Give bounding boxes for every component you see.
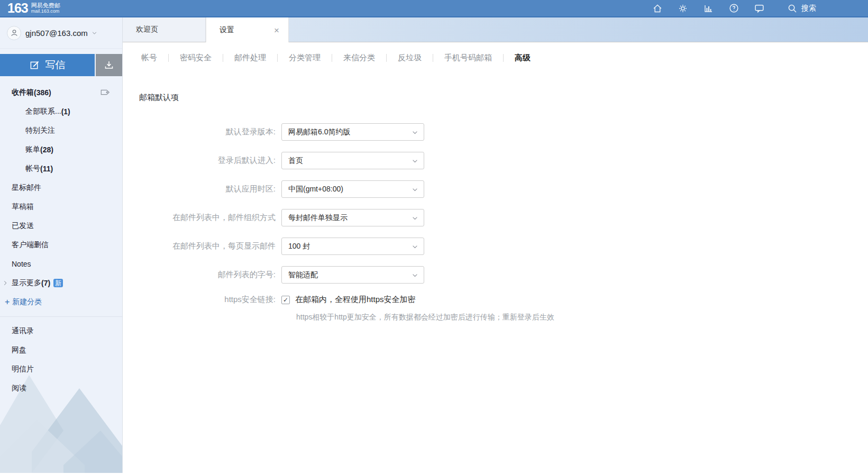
sidebar-divider	[0, 316, 122, 317]
sidebar-show-more[interactable]: 显示更多(7) 新	[0, 274, 122, 293]
inbox-label: 收件箱	[12, 88, 34, 97]
mail-organization-select[interactable]: 每封邮件单独显示	[281, 209, 424, 226]
sidebar-item-notes[interactable]: Notes	[0, 254, 122, 274]
form-row: 邮件列表的字号: 智能适配	[139, 266, 868, 284]
sidebar-item-client-deleted[interactable]: 客户端删信	[0, 235, 122, 254]
https-row: https安全链接: 在邮箱内，全程使用https安全加密	[139, 295, 868, 305]
sidebar-item-sent[interactable]: 已发送	[0, 216, 122, 235]
logo-name: 网易免费邮	[31, 3, 60, 9]
chevron-down-icon	[92, 30, 97, 36]
timezone-select[interactable]: 中国(gmt+08:00)	[281, 180, 424, 198]
settings-nav: 帐号 密码安全 邮件处理 分类管理 来信分类 反垃圾 手机号码邮箱 高级	[123, 42, 868, 70]
sidebar-item-postcard[interactable]: 明信片	[0, 360, 122, 379]
mails-per-page-select[interactable]: 100 封	[281, 238, 424, 255]
tag-icon	[100, 88, 111, 97]
tab-bar: 欢迎页 设置 ×	[123, 17, 868, 42]
home-icon	[652, 3, 663, 14]
new-category-button[interactable]: + 新建分类	[0, 293, 122, 312]
field-label: 在邮件列表中，邮件组织方式	[139, 213, 281, 223]
field-label: https安全链接:	[139, 295, 281, 305]
person-icon	[10, 28, 19, 38]
download-icon	[104, 60, 114, 70]
chevron-down-icon	[412, 186, 418, 195]
settings-nav-item-account[interactable]: 帐号	[141, 53, 168, 63]
settings-button[interactable]	[677, 3, 689, 14]
sidebar-item-inbox[interactable]: 收件箱(386)	[0, 83, 122, 102]
form-row: 在邮件列表中，每页显示邮件 100 封	[139, 238, 868, 255]
default-login-version-select[interactable]: 网易邮箱6.0简约版	[281, 123, 424, 141]
account-switcher[interactable]: gjn507@163.com	[0, 17, 122, 49]
field-label: 登录后默认进入:	[139, 156, 281, 166]
compose-label: 写信	[45, 58, 66, 72]
chevron-down-icon	[412, 243, 418, 252]
topbar: 163 网易免费邮 mail.163.com 搜索	[0, 0, 868, 17]
inbox-count: (386)	[34, 88, 51, 97]
settings-content: 邮箱默认项 默认登录版本: 网易邮箱6.0简约版 登录后默认进入: 首页	[123, 70, 868, 322]
tab-settings[interactable]: 设置 ×	[206, 17, 289, 42]
account-email: gjn507@163.com	[25, 29, 88, 38]
section-title: 邮箱默认项	[139, 93, 868, 103]
settings-nav-item-phone-mailbox[interactable]: 手机号码邮箱	[433, 53, 503, 63]
sidebar-item-special-focus[interactable]: 特别关注	[0, 121, 122, 140]
sidebar-item-all-contacts[interactable]: 全部联系...(1)	[0, 102, 122, 121]
form-row: 默认登录版本: 网易邮箱6.0简约版	[139, 123, 868, 141]
field-label: 默认登录版本:	[139, 127, 281, 137]
home-button[interactable]	[652, 3, 663, 14]
logo-number: 163	[7, 2, 28, 15]
main-area: 欢迎页 设置 × 帐号 密码安全 邮件处理 分类管理 来信分类 反垃圾 手机号码…	[123, 17, 868, 473]
chevron-down-icon	[412, 272, 418, 280]
settings-nav-item-advanced[interactable]: 高级	[504, 53, 542, 63]
plus-icon: +	[5, 297, 10, 307]
tab-welcome[interactable]: 欢迎页	[123, 17, 206, 42]
avatar	[7, 26, 21, 40]
field-label: 在邮件列表中，每页显示邮件	[139, 241, 281, 251]
sidebar-item-contacts-book[interactable]: 通讯录	[0, 322, 122, 341]
settings-nav-item-mail-handling[interactable]: 邮件处理	[223, 53, 277, 63]
mail-163-logo[interactable]: 163 网易免费邮 mail.163.com	[7, 2, 60, 15]
tag-filter-button[interactable]	[100, 88, 111, 97]
form-row: 默认应用时区: 中国(gmt+08:00)	[139, 180, 868, 198]
stats-button[interactable]	[702, 3, 714, 14]
chevron-right-icon	[2, 279, 8, 288]
search-label: 搜索	[801, 4, 816, 13]
new-badge: 新	[53, 279, 63, 287]
chevron-down-icon	[412, 158, 418, 166]
settings-nav-item-incoming-classification[interactable]: 来信分类	[332, 53, 386, 63]
list-font-size-select[interactable]: 智能适配	[281, 266, 424, 284]
compose-button[interactable]: 写信	[0, 54, 95, 76]
help-button[interactable]	[728, 3, 739, 14]
field-label: 默认应用时区:	[139, 184, 281, 194]
settings-nav-item-password-security[interactable]: 密码安全	[169, 53, 223, 63]
question-icon	[728, 3, 739, 14]
receive-mail-button[interactable]	[96, 54, 122, 76]
form-row: 在邮件列表中，邮件组织方式 每封邮件单独显示	[139, 209, 868, 226]
search-button[interactable]: 搜索	[787, 3, 816, 14]
sidebar-item-drafts[interactable]: 草稿箱	[0, 197, 122, 216]
search-icon	[787, 3, 798, 14]
bar-chart-icon	[703, 3, 714, 14]
settings-nav-item-antispam[interactable]: 反垃圾	[387, 53, 433, 63]
https-checkbox[interactable]	[281, 296, 290, 304]
chevron-down-icon	[412, 215, 418, 223]
sidebar-item-starred[interactable]: 星标邮件	[0, 178, 122, 197]
settings-nav-item-category-management[interactable]: 分类管理	[278, 53, 332, 63]
sidebar-item-bills[interactable]: 账单(28)	[0, 140, 122, 159]
chevron-down-icon	[412, 129, 418, 138]
close-icon[interactable]: ×	[274, 25, 279, 34]
feedback-button[interactable]	[753, 3, 765, 14]
default-entry-select[interactable]: 首页	[281, 152, 424, 169]
https-help-text: https相较于http更加安全，所有数据都会经过加密后进行传输；重新登录后生效	[296, 313, 868, 322]
gear-icon	[678, 3, 688, 14]
form-row: 登录后默认进入: 首页	[139, 152, 868, 169]
logo-domain: mail.163.com	[31, 9, 60, 14]
compose-icon	[30, 60, 40, 70]
sidebar-item-netdisk[interactable]: 网盘	[0, 341, 122, 360]
field-label: 邮件列表的字号:	[139, 270, 281, 280]
sidebar-item-reading[interactable]: 阅读	[0, 379, 122, 398]
sidebar-item-accounts[interactable]: 帐号(11)	[0, 159, 122, 178]
topbar-actions: 搜索	[652, 3, 868, 14]
sidebar: gjn507@163.com 写信 收件箱(386) 全部联系...(	[0, 17, 123, 473]
https-checkbox-label: 在邮箱内，全程使用https安全加密	[295, 295, 416, 305]
chat-bubble-icon	[754, 3, 765, 14]
